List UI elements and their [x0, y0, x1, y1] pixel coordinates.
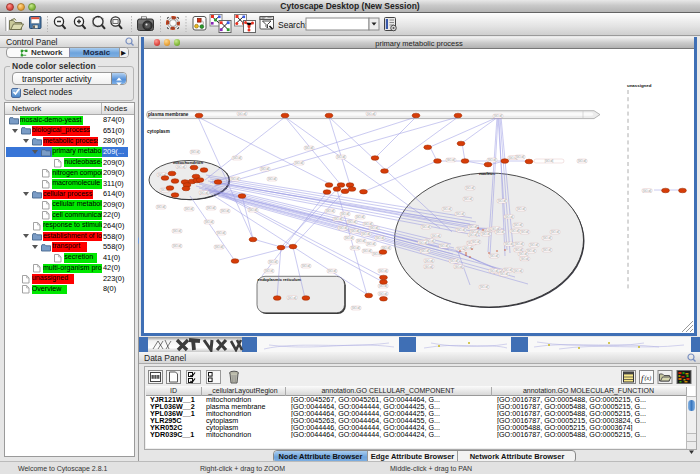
svg-text:[GO-id]: [GO-id]	[515, 242, 524, 246]
svg-text:[GO-id]: [GO-id]	[249, 208, 258, 212]
svg-text:[GO-id]: [GO-id]	[419, 241, 428, 245]
svg-text:plasma membrane: plasma membrane	[148, 112, 189, 117]
svg-text:[GO-id]: [GO-id]	[328, 269, 337, 273]
svg-text:[GO-id]: [GO-id]	[498, 199, 507, 203]
svg-text:[GO-id]: [GO-id]	[191, 150, 200, 154]
svg-text:[GO-id]: [GO-id]	[268, 177, 277, 181]
svg-text:[GO-id]: [GO-id]	[516, 155, 525, 159]
svg-text:[GO-id]: [GO-id]	[367, 242, 376, 246]
svg-text:[GO-id]: [GO-id]	[472, 240, 481, 244]
svg-text:[GO-id]: [GO-id]	[357, 239, 366, 243]
svg-text:[GO-id]: [GO-id]	[545, 159, 554, 163]
svg-text:[GO-id]: [GO-id]	[337, 155, 346, 159]
svg-text:[GO-id]: [GO-id]	[367, 112, 376, 116]
svg-text:[GO-id]: [GO-id]	[504, 268, 513, 272]
svg-text:[GO-id]: [GO-id]	[490, 254, 499, 258]
svg-text:[GO-id]: [GO-id]	[447, 158, 456, 162]
svg-text:[GO-id]: [GO-id]	[432, 234, 441, 238]
svg-text:[GO-id]: [GO-id]	[514, 269, 523, 273]
svg-text:[GO-id]: [GO-id]	[173, 244, 182, 248]
svg-text:[GO-id]: [GO-id]	[454, 265, 463, 269]
svg-text:[GO-id]: [GO-id]	[551, 230, 560, 234]
svg-text:[GO-id]: [GO-id]	[514, 248, 523, 252]
svg-text:[GO-id]: [GO-id]	[339, 226, 348, 230]
svg-text:[GO-id]: [GO-id]	[520, 257, 529, 261]
svg-text:[GO-id]: [GO-id]	[334, 217, 343, 221]
svg-text:[GO-id]: [GO-id]	[469, 225, 478, 229]
svg-text:[GO-id]: [GO-id]	[421, 249, 430, 253]
svg-text:[GO-id]: [GO-id]	[494, 114, 503, 118]
svg-text:[GO-id]: [GO-id]	[511, 229, 520, 233]
svg-text:[GO-id]: [GO-id]	[490, 269, 499, 273]
svg-text:[GO-id]: [GO-id]	[500, 272, 509, 276]
svg-text:unassigned: unassigned	[627, 83, 652, 88]
svg-text:[GO-id]: [GO-id]	[185, 207, 194, 211]
svg-text:[GO-id]: [GO-id]	[217, 231, 226, 235]
svg-text:[GO-id]: [GO-id]	[233, 156, 242, 160]
svg-text:[GO-id]: [GO-id]	[341, 212, 350, 216]
svg-text:[GO-id]: [GO-id]	[505, 242, 514, 246]
svg-text:[GO-id]: [GO-id]	[370, 226, 379, 230]
svg-text:[GO-id]: [GO-id]	[466, 186, 475, 190]
svg-text:mitochondrion: mitochondrion	[173, 160, 203, 165]
svg-text:[GO-id]: [GO-id]	[362, 232, 371, 236]
svg-text:[GO-id]: [GO-id]	[157, 205, 166, 209]
svg-text:[GO-id]: [GO-id]	[543, 236, 552, 240]
svg-text:[GO-id]: [GO-id]	[351, 229, 360, 233]
svg-text:[GO-id]: [GO-id]	[422, 225, 431, 229]
svg-text:[GO-id]: [GO-id]	[517, 207, 526, 211]
svg-text:(x): (x)	[645, 375, 652, 382]
svg-text:[GO-id]: [GO-id]	[379, 292, 388, 296]
svg-text:[GO-id]: [GO-id]	[376, 236, 385, 240]
svg-text:[GO-id]: [GO-id]	[457, 228, 466, 232]
svg-text:[GO-id]: [GO-id]	[520, 230, 529, 234]
svg-text:[GO-id]: [GO-id]	[379, 284, 388, 288]
svg-text:[GO-id]: [GO-id]	[269, 260, 278, 264]
svg-text:[GO-id]: [GO-id]	[261, 167, 270, 171]
svg-text:[GO-id]: [GO-id]	[527, 249, 536, 253]
svg-text:[GO-id]: [GO-id]	[450, 259, 459, 263]
svg-text:[GO-id]: [GO-id]	[543, 248, 552, 252]
svg-text:[GO-id]: [GO-id]	[215, 245, 224, 249]
svg-text:[GO-id]: [GO-id]	[345, 236, 354, 240]
svg-text:[GO-id]: [GO-id]	[351, 246, 360, 250]
svg-text:[GO-id]: [GO-id]	[443, 207, 452, 211]
svg-text:[GO-id]: [GO-id]	[464, 197, 473, 201]
svg-text:[GO-id]: [GO-id]	[238, 112, 247, 116]
svg-text:[GO-id]: [GO-id]	[207, 206, 216, 210]
svg-text:[GO-id]: [GO-id]	[379, 269, 388, 273]
svg-text:Search:: Search:	[278, 20, 307, 30]
svg-text:[GO-id]: [GO-id]	[643, 189, 652, 193]
svg-text:[GO-id]: [GO-id]	[356, 215, 365, 219]
svg-text:[GO-id]: [GO-id]	[173, 229, 182, 233]
svg-text:[GO-id]: [GO-id]	[364, 222, 373, 226]
svg-text:[GO-id]: [GO-id]	[363, 249, 372, 253]
svg-text:[GO-id]: [GO-id]	[352, 306, 361, 310]
svg-text:[GO-id]: [GO-id]	[348, 220, 357, 224]
svg-text:[GO-id]: [GO-id]	[221, 209, 230, 213]
svg-text:[GO-id]: [GO-id]	[469, 233, 478, 237]
svg-text:[GO-id]: [GO-id]	[440, 244, 449, 248]
svg-text:[GO-id]: [GO-id]	[295, 161, 304, 165]
svg-text:[GO-id]: [GO-id]	[288, 296, 297, 300]
svg-text:[GO-id]: [GO-id]	[205, 220, 214, 224]
svg-text:[GO-id]: [GO-id]	[302, 264, 311, 268]
svg-text:[GO-id]: [GO-id]	[305, 146, 314, 150]
svg-text:[GO-id]: [GO-id]	[265, 269, 274, 273]
svg-text:[GO-id]: [GO-id]	[530, 243, 539, 247]
svg-text:[GO-id]: [GO-id]	[514, 223, 523, 227]
svg-text:[GO-id]: [GO-id]	[326, 209, 335, 213]
svg-text:[GO-id]: [GO-id]	[456, 212, 465, 216]
svg-text:[GO-id]: [GO-id]	[177, 165, 186, 169]
svg-text:[GO-id]: [GO-id]	[488, 158, 497, 162]
svg-text:[GO-id]: [GO-id]	[200, 191, 209, 195]
svg-text:[GO-id]: [GO-id]	[505, 215, 514, 219]
svg-text:[GO-id]: [GO-id]	[424, 265, 433, 269]
svg-text:[GO-id]: [GO-id]	[425, 259, 434, 263]
svg-text:[GO-id]: [GO-id]	[480, 285, 489, 289]
svg-text:[GO-id]: [GO-id]	[231, 177, 240, 181]
svg-text:[GO-id]: [GO-id]	[578, 159, 587, 163]
svg-text:[GO-id]: [GO-id]	[496, 230, 505, 234]
svg-text:endoplasmic reticulum: endoplasmic reticulum	[258, 277, 302, 282]
svg-text:cytoplasm: cytoplasm	[147, 129, 170, 134]
